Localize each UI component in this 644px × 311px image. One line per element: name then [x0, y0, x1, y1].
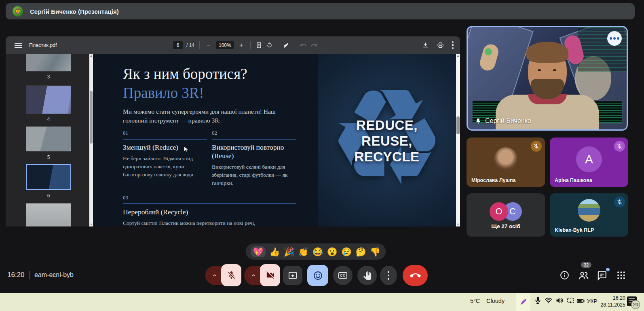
apps-grid-button[interactable]	[616, 270, 626, 280]
reactions-button-active[interactable]	[307, 265, 328, 286]
mic-off-icon	[617, 199, 623, 205]
thumbnail-page-5[interactable]	[26, 126, 71, 152]
reaction-cry[interactable]: 😢	[341, 248, 352, 256]
pdf-more-icon[interactable]	[452, 41, 454, 49]
people-button[interactable]	[578, 270, 589, 281]
scroll-up-icon[interactable]: ▲	[89, 54, 93, 58]
info-button[interactable]	[560, 270, 570, 280]
recycle-image: ♻ REDUCE, REUSE, RECYCLE	[318, 54, 456, 226]
smiley-icon	[313, 271, 323, 281]
main-participant-name: Сергій Биченко	[485, 117, 531, 125]
reaction-thinking[interactable]: 🤔	[356, 248, 366, 256]
zoom-level[interactable]: 100%	[216, 41, 234, 49]
reaction-heart[interactable]: 💖	[251, 246, 266, 257]
participant-tile-miroslava[interactable]: Мірослава Лушпа	[467, 138, 545, 187]
pin-icon	[475, 118, 482, 125]
item-heading: Використовуй повторно (Reuse)	[212, 143, 296, 160]
tray-mic-button[interactable]	[533, 306, 544, 311]
zoom-out-button[interactable]: −	[205, 42, 213, 49]
reaction-clap[interactable]: 👏	[298, 248, 308, 256]
present-button[interactable]	[283, 266, 302, 285]
main-video-tile[interactable]: Сергій Биченко	[467, 26, 628, 131]
participant-name: Мірослава Лушпа	[471, 178, 515, 183]
cc-icon: CC	[338, 272, 347, 279]
participant-tile-kleban[interactable]: Kleban-Byk RLP	[550, 193, 628, 237]
thumbnail-page-3[interactable]	[26, 54, 71, 72]
reaction-party[interactable]: 🎉	[284, 248, 294, 256]
participant-letter-avatar: A	[576, 146, 602, 172]
toolbar-divider	[295, 41, 295, 49]
camera-toggle-button[interactable]	[260, 264, 280, 286]
item-heading: Зменшуй (Reduce)	[123, 143, 207, 152]
item-number: 02	[212, 130, 296, 140]
reaction-laugh[interactable]: 😂	[312, 248, 323, 256]
reaction-thumbs-down[interactable]: 👎	[370, 248, 380, 256]
tile-more-button[interactable]	[607, 31, 622, 46]
pdf-scroll-thumb[interactable]	[456, 116, 460, 134]
thumbnail-page-7[interactable]	[26, 203, 71, 226]
pdf-page-controls: 6 / 14 − 100% +	[173, 36, 317, 54]
tray-wifi-icon[interactable]	[545, 296, 553, 305]
tray-battery-icon[interactable]	[576, 296, 585, 305]
download-icon[interactable]	[422, 42, 429, 49]
more-options-button[interactable]	[380, 266, 397, 285]
image-line-3: RECYCLE	[318, 149, 456, 165]
slide-intro: Ми можемо стати супергероями для нашої п…	[123, 107, 281, 125]
item-number: 03	[123, 195, 296, 204]
present-icon	[288, 271, 297, 280]
clock-time: 16:20	[588, 295, 625, 302]
rotate-icon[interactable]	[266, 42, 273, 49]
pen-tray-button[interactable]	[516, 293, 530, 311]
mic-off-icon	[227, 271, 236, 280]
thumbnail-label-3: 3	[26, 74, 71, 80]
weather-temp: 5°C	[470, 298, 480, 304]
participant-tile-arina[interactable]: A Аріна Пашкова	[550, 138, 628, 187]
reaction-surprised[interactable]: 😮	[327, 248, 337, 256]
toolbar-divider	[199, 41, 200, 49]
scroll-down-icon[interactable]: ▼	[456, 222, 460, 226]
tray-mic-icon[interactable]	[534, 296, 542, 305]
tray-cast-icon[interactable]	[566, 296, 574, 305]
tray-volume-icon[interactable]	[555, 296, 564, 305]
recycle-image-caption: REDUCE, REUSE, RECYCLE	[318, 118, 456, 165]
slide-subtitle: Правило 3R!	[123, 84, 204, 102]
main-tile-name-row: Сергій Биченко	[475, 117, 531, 125]
participant-name: Аріна Пашкова	[555, 178, 592, 183]
more-vert-icon	[388, 271, 390, 280]
end-call-button[interactable]	[403, 265, 428, 286]
weather-desc: Cloudy	[486, 298, 505, 304]
slide-page-6: ♻ REDUCE, REUSE, RECYCLE Як з ним бороти…	[93, 54, 456, 226]
mic-muted-badge	[614, 141, 625, 152]
raise-hand-button[interactable]	[357, 266, 377, 285]
presenter-hair	[526, 42, 568, 63]
fit-page-icon[interactable]	[255, 42, 262, 49]
page-number-input[interactable]: 6	[173, 41, 183, 49]
toolbar-divider	[278, 41, 278, 49]
cartoon-astronaut-left-face	[485, 48, 492, 55]
more-participants-tile[interactable]: O C Ще 27 осіб	[467, 193, 545, 237]
scroll-up-icon[interactable]: ▲	[456, 54, 460, 58]
slide-title: Як з ним боротися?	[123, 65, 247, 83]
sidebar-scrollbar[interactable]: ▲ ▼	[89, 54, 93, 226]
taskbar-clock[interactable]: 16:20 28.11.2025	[588, 295, 625, 309]
menu-icon[interactable]	[15, 43, 22, 48]
camera-off-icon	[266, 271, 275, 280]
sidebar-scroll-thumb[interactable]	[90, 91, 93, 144]
thumbnail-page-4[interactable]	[26, 85, 71, 114]
print-icon[interactable]	[437, 42, 444, 49]
zoom-in-button[interactable]: +	[237, 42, 245, 49]
scroll-down-icon[interactable]: ▼	[89, 222, 93, 226]
meet-screen: 🦁 Сергій Биченко (Презентація) Пластик.p…	[0, 0, 644, 311]
pdf-thumbnail-sidebar: 3 4 5 6 ▲ ▼	[6, 54, 93, 226]
pdf-scrollbar[interactable]: ▲ ▼	[456, 54, 460, 226]
chat-button[interactable]	[597, 270, 607, 281]
redo-icon[interactable]	[310, 42, 317, 49]
thumbnail-page-6-selected[interactable]	[26, 164, 71, 190]
reaction-thumbs-up[interactable]: 👍	[269, 248, 280, 256]
people-count-badge: 32	[581, 262, 591, 268]
undo-icon[interactable]	[300, 42, 307, 49]
meeting-code: eam-ecni-byb	[34, 271, 74, 279]
captions-button[interactable]: CC	[333, 266, 353, 285]
annotate-pen-icon[interactable]	[283, 42, 290, 49]
mic-toggle-button[interactable]	[221, 264, 241, 286]
